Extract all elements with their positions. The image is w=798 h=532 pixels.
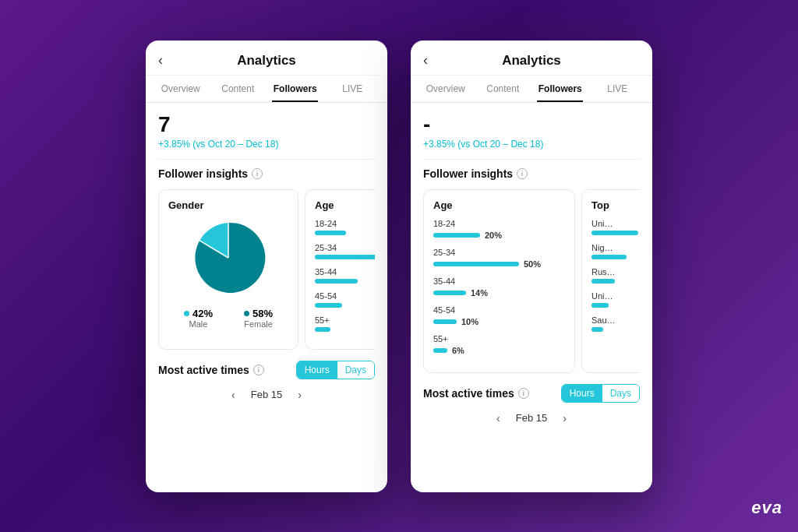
right-back-button[interactable]: ‹ bbox=[423, 52, 428, 69]
right-date-label: Feb 15 bbox=[516, 412, 547, 424]
right-tab-overview[interactable]: Overview bbox=[417, 76, 475, 102]
right-age-row-2534: 25-34 50% bbox=[433, 248, 565, 269]
left-page-title: Analytics bbox=[237, 53, 296, 69]
left-female-dot bbox=[244, 311, 249, 316]
left-female-pct: 58% bbox=[252, 308, 273, 319]
left-male-pct: 42% bbox=[192, 308, 213, 319]
left-gender-title: Gender bbox=[168, 199, 288, 211]
right-insights-info-icon[interactable]: i bbox=[517, 168, 528, 179]
right-date-nav: ‹ Feb 15 › bbox=[423, 412, 640, 425]
right-active-times-label: Most active times i bbox=[423, 387, 529, 400]
right-top-card: Top Uni… Nig… Rus… Uni… bbox=[581, 189, 640, 373]
left-age-row-55: 55+ bbox=[315, 315, 375, 332]
right-top-title: Top bbox=[591, 199, 640, 211]
left-days-toggle[interactable]: Days bbox=[337, 361, 374, 379]
right-phone: ‹ Analytics Overview Content Followers L… bbox=[411, 41, 652, 492]
left-insights-info-icon[interactable]: i bbox=[252, 168, 263, 179]
right-active-times: Most active times i Hours Days ‹ Feb 15 … bbox=[423, 384, 640, 425]
left-date-label: Feb 15 bbox=[251, 389, 282, 400]
right-follower-count: - bbox=[423, 114, 640, 136]
left-age-card: Age 18-24 25-34 35-44 bbox=[305, 189, 375, 350]
right-tab-content[interactable]: Content bbox=[475, 76, 532, 102]
right-top-item-5: Sau… bbox=[591, 315, 640, 332]
right-active-times-header: Most active times i Hours Days bbox=[423, 384, 640, 403]
right-follower-change: +3.85% (vs Oct 20 – Dec 18) bbox=[423, 139, 640, 150]
left-pie-chart bbox=[168, 219, 288, 297]
right-top-item-4: Uni… bbox=[591, 291, 640, 308]
left-times-info-icon[interactable]: i bbox=[253, 365, 264, 375]
left-female-label: Female bbox=[244, 319, 273, 329]
left-back-button[interactable]: ‹ bbox=[158, 52, 163, 69]
left-phone-header: ‹ Analytics bbox=[146, 41, 387, 76]
left-follower-change: +3.85% (vs Oct 20 – Dec 18) bbox=[158, 139, 375, 150]
left-follower-count: 7 bbox=[158, 114, 375, 136]
left-date-prev[interactable]: ‹ bbox=[231, 389, 235, 401]
right-top-item-3: Rus… bbox=[591, 267, 640, 284]
left-tab-overview[interactable]: Overview bbox=[152, 76, 210, 102]
left-toggle-group: Hours Days bbox=[296, 361, 375, 379]
right-tab-live[interactable]: LIVE bbox=[589, 76, 647, 102]
left-phone-content: 7 +3.85% (vs Oct 20 – Dec 18) Follower i… bbox=[146, 103, 387, 412]
left-tab-followers[interactable]: Followers bbox=[267, 76, 324, 102]
left-age-title: Age bbox=[315, 199, 375, 211]
left-age-row-4554: 45-54 bbox=[315, 291, 375, 308]
left-gender-card: Gender bbox=[158, 189, 298, 350]
left-active-times: Most active times i Hours Days ‹ Feb 15 … bbox=[158, 361, 375, 401]
right-date-next[interactable]: › bbox=[563, 412, 567, 425]
left-male-label: Male bbox=[189, 319, 208, 329]
left-pie-legend: 42% Male 58% Female bbox=[168, 308, 288, 329]
left-date-next[interactable]: › bbox=[298, 389, 302, 401]
eva-logo: eva bbox=[751, 498, 782, 518]
right-age-title: Age bbox=[433, 199, 565, 211]
right-top-item-1: Uni… bbox=[591, 219, 640, 235]
phones-container: ‹ Analytics Overview Content Followers L… bbox=[146, 41, 652, 492]
left-active-times-label: Most active times i bbox=[158, 364, 264, 376]
left-female-legend: 58% Female bbox=[244, 308, 273, 329]
right-age-row-55: 55+ 6% bbox=[433, 334, 565, 355]
right-phone-content: - +3.85% (vs Oct 20 – Dec 18) Follower i… bbox=[411, 103, 652, 435]
left-age-row-3544: 35-44 bbox=[315, 267, 375, 284]
right-top-item-2: Nig… bbox=[591, 243, 640, 259]
left-follower-insights-label: Follower insights i bbox=[158, 167, 375, 180]
right-age-row-1824: 18-24 20% bbox=[433, 219, 565, 240]
left-tab-live[interactable]: LIVE bbox=[324, 76, 382, 102]
left-age-row-1824: 18-24 bbox=[315, 219, 375, 235]
right-tabs: Overview Content Followers LIVE bbox=[411, 76, 652, 103]
right-insights-cards: Age 18-24 20% 25-34 50% bbox=[423, 189, 640, 373]
left-male-dot bbox=[184, 311, 189, 316]
right-tab-followers[interactable]: Followers bbox=[531, 76, 589, 102]
right-page-title: Analytics bbox=[502, 53, 561, 69]
left-male-legend: 42% Male bbox=[184, 308, 213, 329]
right-toggle-group: Hours Days bbox=[561, 384, 640, 403]
right-age-card: Age 18-24 20% 25-34 50% bbox=[423, 189, 575, 373]
left-age-row-2534: 25-34 bbox=[315, 243, 375, 259]
right-age-row-4554: 45-54 10% bbox=[433, 305, 565, 326]
left-tabs: Overview Content Followers LIVE bbox=[146, 76, 387, 103]
right-date-prev[interactable]: ‹ bbox=[496, 412, 500, 425]
left-hours-toggle[interactable]: Hours bbox=[297, 361, 337, 379]
right-age-row-3544: 35-44 14% bbox=[433, 277, 565, 298]
right-days-toggle[interactable]: Days bbox=[602, 385, 639, 402]
left-tab-content[interactable]: Content bbox=[210, 76, 267, 102]
right-hours-toggle[interactable]: Hours bbox=[562, 385, 602, 402]
left-active-times-header: Most active times i Hours Days bbox=[158, 361, 375, 379]
right-phone-header: ‹ Analytics bbox=[411, 41, 652, 76]
left-date-nav: ‹ Feb 15 › bbox=[158, 389, 375, 401]
right-times-info-icon[interactable]: i bbox=[518, 388, 529, 399]
right-follower-insights-label: Follower insights i bbox=[423, 167, 640, 180]
left-insights-cards: Gender bbox=[158, 189, 375, 350]
left-phone: ‹ Analytics Overview Content Followers L… bbox=[146, 41, 387, 492]
